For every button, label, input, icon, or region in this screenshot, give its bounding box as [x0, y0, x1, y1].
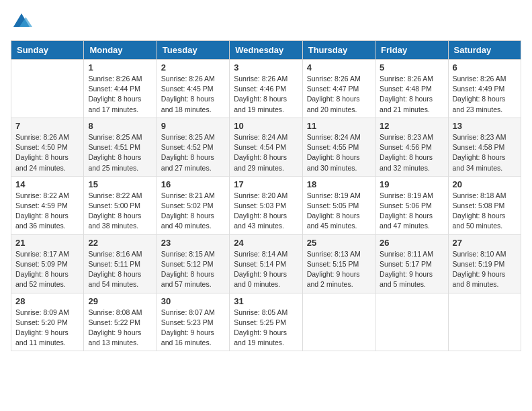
day-number: 31 — [234, 296, 298, 306]
day-info: Sunrise: 8:25 AM Sunset: 4:52 PM Dayligh… — [161, 132, 225, 173]
calendar-cell: 13Sunrise: 8:23 AM Sunset: 4:58 PM Dayli… — [448, 118, 521, 176]
day-number: 27 — [453, 238, 517, 248]
day-info: Sunrise: 8:15 AM Sunset: 5:12 PM Dayligh… — [161, 249, 225, 290]
header-wednesday: Wednesday — [230, 41, 302, 60]
day-number: 13 — [453, 121, 517, 131]
calendar-cell: 27Sunrise: 8:10 AM Sunset: 5:19 PM Dayli… — [448, 234, 521, 293]
calendar-cell: 19Sunrise: 8:19 AM Sunset: 5:06 PM Dayli… — [375, 176, 448, 234]
day-number: 16 — [161, 179, 225, 189]
day-info: Sunrise: 8:26 AM Sunset: 4:49 PM Dayligh… — [453, 74, 517, 115]
calendar-cell: 16Sunrise: 8:21 AM Sunset: 5:02 PM Dayli… — [157, 176, 229, 234]
day-info: Sunrise: 8:21 AM Sunset: 5:02 PM Dayligh… — [161, 191, 225, 232]
day-number: 4 — [307, 62, 371, 73]
week-row-4: 21Sunrise: 8:17 AM Sunset: 5:09 PM Dayli… — [11, 234, 521, 293]
day-number: 5 — [380, 62, 443, 73]
calendar-cell: 23Sunrise: 8:15 AM Sunset: 5:12 PM Dayli… — [157, 234, 229, 293]
day-info: Sunrise: 8:24 AM Sunset: 4:55 PM Dayligh… — [307, 132, 371, 173]
day-info: Sunrise: 8:26 AM Sunset: 4:50 PM Dayligh… — [15, 132, 79, 173]
calendar-cell — [375, 293, 448, 351]
calendar-cell: 1Sunrise: 8:26 AM Sunset: 4:44 PM Daylig… — [84, 60, 157, 118]
calendar-cell: 11Sunrise: 8:24 AM Sunset: 4:55 PM Dayli… — [302, 118, 375, 176]
day-info: Sunrise: 8:26 AM Sunset: 4:48 PM Dayligh… — [380, 74, 443, 115]
day-number: 1 — [88, 62, 152, 73]
header-friday: Friday — [375, 41, 448, 60]
calendar-cell: 5Sunrise: 8:26 AM Sunset: 4:48 PM Daylig… — [375, 60, 448, 118]
day-info: Sunrise: 8:26 AM Sunset: 4:45 PM Dayligh… — [161, 74, 225, 115]
calendar-cell: 20Sunrise: 8:18 AM Sunset: 5:08 PM Dayli… — [448, 176, 521, 234]
day-number: 22 — [88, 238, 152, 248]
calendar-cell: 15Sunrise: 8:22 AM Sunset: 5:00 PM Dayli… — [84, 176, 157, 234]
day-info: Sunrise: 8:24 AM Sunset: 4:54 PM Dayligh… — [234, 132, 298, 173]
week-row-2: 7Sunrise: 8:26 AM Sunset: 4:50 PM Daylig… — [11, 118, 521, 176]
day-number: 30 — [161, 296, 225, 306]
calendar-cell: 12Sunrise: 8:23 AM Sunset: 4:56 PM Dayli… — [375, 118, 448, 176]
day-number: 23 — [161, 238, 225, 248]
day-info: Sunrise: 8:19 AM Sunset: 5:06 PM Dayligh… — [380, 191, 443, 232]
day-info: Sunrise: 8:26 AM Sunset: 4:47 PM Dayligh… — [307, 74, 371, 115]
day-info: Sunrise: 8:23 AM Sunset: 4:58 PM Dayligh… — [453, 132, 517, 173]
day-number: 15 — [88, 179, 152, 189]
day-number: 21 — [15, 238, 79, 248]
calendar-cell: 28Sunrise: 8:09 AM Sunset: 5:20 PM Dayli… — [11, 293, 84, 351]
calendar-cell: 25Sunrise: 8:13 AM Sunset: 5:15 PM Dayli… — [302, 234, 375, 293]
day-number: 6 — [453, 62, 517, 73]
day-info: Sunrise: 8:05 AM Sunset: 5:25 PM Dayligh… — [234, 308, 298, 349]
calendar-cell: 22Sunrise: 8:16 AM Sunset: 5:11 PM Dayli… — [84, 234, 157, 293]
calendar-cell: 30Sunrise: 8:07 AM Sunset: 5:23 PM Dayli… — [157, 293, 229, 351]
calendar-cell: 21Sunrise: 8:17 AM Sunset: 5:09 PM Dayli… — [11, 234, 84, 293]
calendar-cell: 31Sunrise: 8:05 AM Sunset: 5:25 PM Dayli… — [230, 293, 302, 351]
calendar-cell: 14Sunrise: 8:22 AM Sunset: 4:59 PM Dayli… — [11, 176, 84, 234]
day-number: 28 — [15, 296, 79, 306]
day-number: 11 — [307, 121, 371, 131]
header-sunday: Sunday — [11, 41, 84, 60]
day-info: Sunrise: 8:14 AM Sunset: 5:14 PM Dayligh… — [234, 249, 298, 290]
day-number: 26 — [380, 238, 443, 248]
calendar-cell: 29Sunrise: 8:08 AM Sunset: 5:22 PM Dayli… — [84, 293, 157, 351]
calendar-header-row: Sunday Monday Tuesday Wednesday Thursday… — [11, 41, 521, 60]
calendar-cell: 24Sunrise: 8:14 AM Sunset: 5:14 PM Dayli… — [230, 234, 302, 293]
logo-icon — [11, 11, 32, 32]
week-row-1: 1Sunrise: 8:26 AM Sunset: 4:44 PM Daylig… — [11, 60, 521, 118]
day-info: Sunrise: 8:19 AM Sunset: 5:05 PM Dayligh… — [307, 191, 371, 232]
day-number: 14 — [15, 179, 79, 189]
day-info: Sunrise: 8:23 AM Sunset: 4:56 PM Dayligh… — [380, 132, 443, 173]
day-number: 18 — [307, 179, 371, 189]
day-info: Sunrise: 8:25 AM Sunset: 4:51 PM Dayligh… — [88, 132, 152, 173]
calendar-cell: 8Sunrise: 8:25 AM Sunset: 4:51 PM Daylig… — [84, 118, 157, 176]
week-row-5: 28Sunrise: 8:09 AM Sunset: 5:20 PM Dayli… — [11, 293, 521, 351]
day-number: 29 — [88, 296, 152, 306]
day-info: Sunrise: 8:22 AM Sunset: 5:00 PM Dayligh… — [88, 191, 152, 232]
day-number: 12 — [380, 121, 443, 131]
day-number: 10 — [234, 121, 298, 131]
calendar-cell: 9Sunrise: 8:25 AM Sunset: 4:52 PM Daylig… — [157, 118, 229, 176]
day-info: Sunrise: 8:22 AM Sunset: 4:59 PM Dayligh… — [15, 191, 79, 232]
day-info: Sunrise: 8:07 AM Sunset: 5:23 PM Dayligh… — [161, 308, 225, 349]
day-info: Sunrise: 8:10 AM Sunset: 5:19 PM Dayligh… — [453, 249, 517, 290]
header-monday: Monday — [84, 41, 157, 60]
header-tuesday: Tuesday — [157, 41, 229, 60]
day-number: 25 — [307, 238, 371, 248]
day-info: Sunrise: 8:20 AM Sunset: 5:03 PM Dayligh… — [234, 191, 298, 232]
calendar-cell: 18Sunrise: 8:19 AM Sunset: 5:05 PM Dayli… — [302, 176, 375, 234]
day-info: Sunrise: 8:18 AM Sunset: 5:08 PM Dayligh… — [453, 191, 517, 232]
calendar-cell: 17Sunrise: 8:20 AM Sunset: 5:03 PM Dayli… — [230, 176, 302, 234]
calendar-table: Sunday Monday Tuesday Wednesday Thursday… — [11, 40, 521, 351]
day-info: Sunrise: 8:26 AM Sunset: 4:44 PM Dayligh… — [88, 74, 152, 115]
logo — [11, 11, 36, 32]
calendar-cell — [448, 293, 521, 351]
day-number: 9 — [161, 121, 225, 131]
calendar-cell: 2Sunrise: 8:26 AM Sunset: 4:45 PM Daylig… — [157, 60, 229, 118]
day-number: 8 — [88, 121, 152, 131]
day-info: Sunrise: 8:17 AM Sunset: 5:09 PM Dayligh… — [15, 249, 79, 290]
calendar-cell: 7Sunrise: 8:26 AM Sunset: 4:50 PM Daylig… — [11, 118, 84, 176]
day-info: Sunrise: 8:13 AM Sunset: 5:15 PM Dayligh… — [307, 249, 371, 290]
calendar-cell: 10Sunrise: 8:24 AM Sunset: 4:54 PM Dayli… — [230, 118, 302, 176]
day-info: Sunrise: 8:16 AM Sunset: 5:11 PM Dayligh… — [88, 249, 152, 290]
calendar-cell: 3Sunrise: 8:26 AM Sunset: 4:46 PM Daylig… — [230, 60, 302, 118]
header-thursday: Thursday — [302, 41, 375, 60]
day-number: 19 — [380, 179, 443, 189]
header-saturday: Saturday — [448, 41, 521, 60]
day-number: 17 — [234, 179, 298, 189]
day-number: 24 — [234, 238, 298, 248]
day-info: Sunrise: 8:09 AM Sunset: 5:20 PM Dayligh… — [15, 308, 79, 349]
